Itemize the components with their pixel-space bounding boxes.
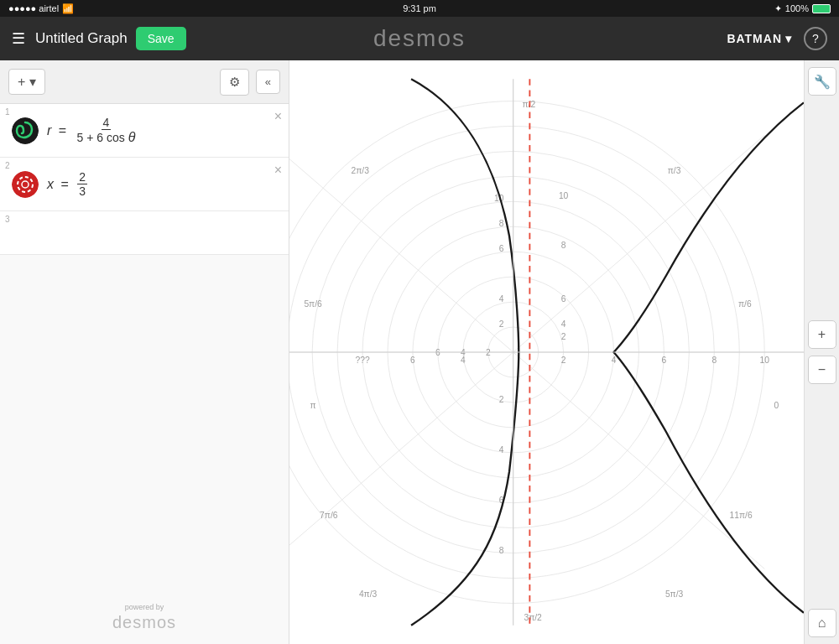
svg-text:6: 6 xyxy=(410,356,415,365)
svg-text:7π/6: 7π/6 xyxy=(320,511,338,520)
powered-by-text: powered by xyxy=(12,603,277,611)
top-nav: ☰ Untitled Graph Save desmos BATMAN ▾ ? xyxy=(0,17,839,60)
row-number-2: 2 xyxy=(5,161,10,170)
svg-text:2: 2 xyxy=(499,395,504,404)
svg-text:6: 6 xyxy=(561,294,566,304)
desmos-logo: desmos xyxy=(373,25,466,52)
svg-text:2: 2 xyxy=(561,332,566,341)
expression-close-1[interactable]: × xyxy=(274,109,282,124)
svg-text:5π/6: 5π/6 xyxy=(304,299,322,309)
add-expression-button[interactable]: + ▾ xyxy=(8,69,45,95)
battery-icon xyxy=(812,4,831,13)
expression-row-1[interactable]: 1 r = 4 5 + 6 cos θ × xyxy=(0,104,289,158)
row-number-1: 1 xyxy=(5,107,10,117)
svg-text:4: 4 xyxy=(499,445,504,454)
expression-icon-1 xyxy=(12,117,39,144)
svg-text:2: 2 xyxy=(499,319,504,329)
svg-text:4: 4 xyxy=(461,356,466,365)
branding-logo: desmos xyxy=(12,613,277,632)
expression-close-2[interactable]: × xyxy=(274,163,282,178)
svg-text:8: 8 xyxy=(499,219,504,228)
wrench-button[interactable]: 🔧 xyxy=(808,67,836,96)
minus-icon: − xyxy=(818,362,826,377)
graph-area[interactable]: 10 8 6 4 2 2 4 6 2 4 6 8 10 4 6 ??? xyxy=(289,60,804,644)
carrier-text: ●●●●● airtel xyxy=(8,3,59,13)
svg-text:5π/3: 5π/3 xyxy=(665,589,684,599)
svg-text:π: π xyxy=(310,401,316,410)
status-bar: ●●●●● airtel 📶 9:31 pm ✦ 100% xyxy=(0,0,839,17)
help-button[interactable]: ? xyxy=(804,27,827,50)
svg-point-1 xyxy=(12,171,39,198)
svg-text:8: 8 xyxy=(561,241,566,250)
home-icon: ⌂ xyxy=(818,615,826,631)
expression-icon-2 xyxy=(12,171,39,198)
svg-text:6: 6 xyxy=(662,356,667,365)
svg-text:4π/3: 4π/3 xyxy=(359,589,378,599)
battery-text: 100% xyxy=(785,3,809,13)
svg-text:0: 0 xyxy=(774,401,779,410)
main-content: + ▾ ⚙ « 1 r = 4 xyxy=(0,60,839,644)
user-section: BATMAN ▾ ? xyxy=(727,27,827,50)
graph-canvas: 10 8 6 4 2 2 4 6 2 4 6 8 10 4 6 ??? xyxy=(289,60,804,644)
expression-formula-2: x = 2 3 xyxy=(47,171,280,197)
username-button[interactable]: BATMAN ▾ xyxy=(727,32,792,45)
row-number-3: 3 xyxy=(5,215,10,224)
collapse-panel-button[interactable]: « xyxy=(256,70,280,94)
status-left: ●●●●● airtel 📶 xyxy=(8,3,74,14)
dropdown-arrow-icon: ▾ xyxy=(785,32,792,45)
expression-row-2[interactable]: 2 x = 2 3 × xyxy=(0,158,289,211)
svg-text:???: ??? xyxy=(355,356,369,365)
svg-text:2: 2 xyxy=(561,356,566,365)
wifi-icon: 📶 xyxy=(62,3,74,14)
svg-text:10: 10 xyxy=(559,191,569,200)
zoom-in-button[interactable]: + xyxy=(808,320,836,349)
svg-text:3π/2: 3π/2 xyxy=(524,613,542,622)
expression-toolbar: + ▾ ⚙ « xyxy=(0,60,289,104)
graph-title: Untitled Graph xyxy=(35,30,128,47)
svg-text:6: 6 xyxy=(499,244,504,253)
expression-list: 1 r = 4 5 + 6 cos θ × xyxy=(0,104,289,591)
expression-row-3[interactable]: 3 xyxy=(0,211,289,255)
expression-formula-1: r = 4 5 + 6 cos θ xyxy=(47,117,280,144)
svg-text:8: 8 xyxy=(499,546,504,555)
menu-button[interactable]: ☰ xyxy=(12,29,25,48)
svg-text:10: 10 xyxy=(759,356,769,365)
save-button[interactable]: Save xyxy=(136,27,186,50)
svg-text:4: 4 xyxy=(612,356,617,365)
branding: powered by desmos xyxy=(0,591,289,644)
plus-icon: + xyxy=(818,327,826,342)
svg-text:4: 4 xyxy=(499,294,504,304)
zoom-out-button[interactable]: − xyxy=(808,356,836,384)
left-panel: + ▾ ⚙ « 1 r = 4 xyxy=(0,60,289,644)
status-time: 9:31 pm xyxy=(403,3,436,13)
settings-button[interactable]: ⚙ xyxy=(220,69,249,96)
svg-text:π/3: π/3 xyxy=(668,166,681,175)
username-text: BATMAN xyxy=(727,32,782,45)
svg-text:π/6: π/6 xyxy=(738,299,752,309)
svg-text:8: 8 xyxy=(711,356,717,365)
status-right: ✦ 100% xyxy=(774,3,831,14)
home-button[interactable]: ⌂ xyxy=(808,609,836,637)
svg-text:11π/6: 11π/6 xyxy=(730,511,753,520)
svg-text:4: 4 xyxy=(561,319,566,329)
bluetooth-icon: ✦ xyxy=(774,3,782,14)
svg-text:2π/3: 2π/3 xyxy=(352,166,370,175)
right-tools-panel: 🔧 + − ⌂ xyxy=(804,60,839,644)
